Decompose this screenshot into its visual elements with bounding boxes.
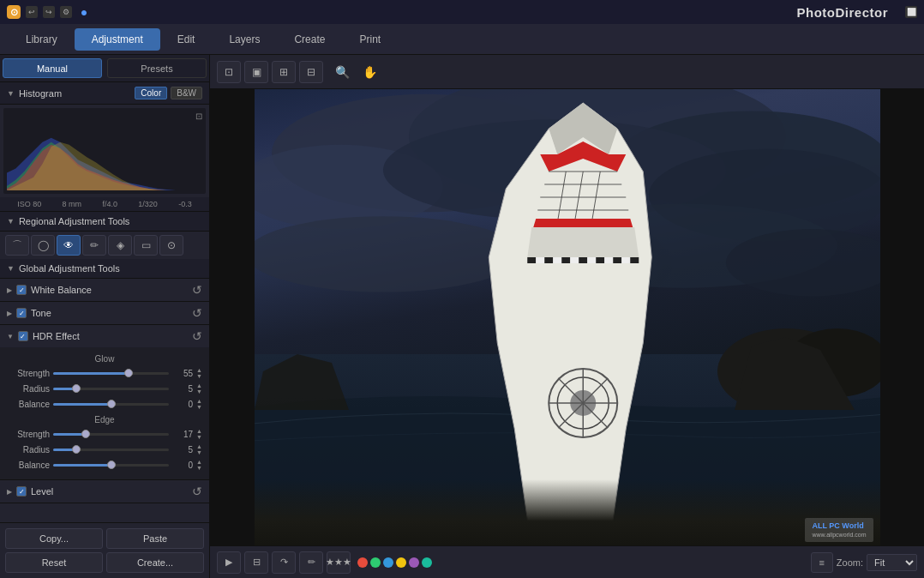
color-green[interactable]	[370, 557, 381, 568]
lasso-tool[interactable]: ⌒	[5, 235, 29, 256]
hdr-reset[interactable]: ↺	[192, 329, 202, 343]
title-bar-icons: ⊙ ↩ ↪ ⚙ ●	[7, 5, 91, 19]
glow-radius-thumb[interactable]	[72, 384, 81, 393]
edge-radius-label: Radius	[7, 445, 50, 455]
eye-tool[interactable]: 👁	[57, 235, 81, 256]
glow-strength-down[interactable]: ▼	[196, 373, 202, 379]
pen-btn[interactable]: ✏	[299, 551, 323, 574]
edge-radius-track[interactable]	[53, 449, 169, 451]
brush-tool[interactable]: ✏	[82, 235, 106, 256]
edge-radius-up[interactable]: ▲	[196, 443, 202, 449]
zoom-select[interactable]: Fit 25% 50% 100% 200%	[867, 554, 917, 571]
edge-radius-down[interactable]: ▼	[196, 449, 202, 455]
pan-btn[interactable]: ✋	[357, 61, 381, 83]
settings-icon[interactable]: ⚙	[60, 6, 72, 18]
color-blue[interactable]	[383, 557, 393, 568]
mm-info: 8 mm	[63, 200, 82, 208]
tone-reset[interactable]: ↺	[192, 306, 202, 320]
edge-radius-row: Radius 5 ▲ ▼	[7, 442, 202, 457]
svg-rect-31	[544, 257, 553, 263]
circle-select-tool[interactable]: ⊙	[159, 235, 183, 256]
window-maximize-button[interactable]: ⬜	[905, 6, 917, 18]
histogram-arrow: ▼	[7, 89, 15, 98]
edge-balance-arrows: ▲ ▼	[196, 459, 202, 471]
grid-view-btn[interactable]: ⊞	[272, 61, 296, 83]
color-purple[interactable]	[409, 557, 419, 568]
rotate-btn[interactable]: ↷	[272, 551, 296, 574]
edge-strength-up[interactable]: ▲	[196, 428, 202, 434]
filmstrip-btn[interactable]: ⊟	[244, 551, 268, 574]
hdr-checkbox[interactable]	[18, 331, 28, 341]
slideshow-btn[interactable]: ▶	[217, 551, 241, 574]
histogram-chart	[7, 111, 202, 190]
glow-balance-track[interactable]	[53, 403, 169, 406]
edge-balance-fill	[53, 464, 111, 467]
color-teal[interactable]	[422, 557, 432, 568]
redo-button[interactable]: ↪	[43, 6, 55, 18]
sync-icon[interactable]: ●	[77, 5, 91, 19]
tone-header[interactable]: ▶ Tone ↺	[0, 302, 209, 324]
nav-tab-library[interactable]: Library	[9, 28, 75, 51]
subtab-presets[interactable]: Presets	[107, 58, 207, 78]
subtab-manual[interactable]: Manual	[3, 58, 102, 78]
level-header[interactable]: ▶ Level ↺	[0, 480, 209, 503]
nav-tab-create[interactable]: Create	[277, 28, 342, 51]
glow-balance-thumb[interactable]	[107, 400, 116, 408]
wb-checkbox[interactable]	[16, 285, 27, 295]
edge-strength-down[interactable]: ▼	[196, 434, 202, 440]
edge-strength-thumb[interactable]	[81, 430, 90, 438]
color-yellow[interactable]	[396, 557, 406, 568]
nav-tab-edit[interactable]: Edit	[160, 28, 213, 51]
reset-button[interactable]: Reset	[5, 552, 103, 573]
glow-balance-down[interactable]: ▼	[196, 404, 202, 410]
glow-balance-up[interactable]: ▲	[196, 398, 202, 404]
undo-button[interactable]: ↩	[26, 6, 38, 18]
hdr-arrow: ▼	[7, 333, 14, 340]
glow-strength-label: Strength	[7, 369, 50, 378]
histogram-expand[interactable]: ⊡	[195, 111, 202, 121]
rect-tool[interactable]: ▭	[134, 235, 158, 256]
nav-tab-print[interactable]: Print	[342, 28, 398, 51]
iso-info: ISO 80	[17, 200, 41, 208]
glow-radius-down[interactable]: ▼	[196, 388, 202, 394]
level-reset[interactable]: ↺	[192, 485, 202, 498]
edge-balance-down[interactable]: ▼	[196, 465, 202, 471]
edge-radius-thumb[interactable]	[72, 445, 81, 454]
oval-tool[interactable]: ◯	[31, 235, 55, 256]
nav-tab-adjustment[interactable]: Adjustment	[75, 28, 160, 51]
glow-balance-value: 0	[172, 400, 193, 409]
single-view-btn[interactable]: ▣	[244, 61, 268, 83]
sort-btn[interactable]: ≡	[811, 552, 833, 573]
wb-reset[interactable]: ↺	[192, 283, 202, 297]
color-btn[interactable]: Color	[135, 87, 167, 99]
shutter-info: 1/320	[138, 200, 158, 208]
nav-tab-layers[interactable]: Layers	[212, 28, 277, 51]
panel-scroll[interactable]: ▼ Histogram Color B&W ⊡	[0, 82, 209, 522]
color-red[interactable]	[357, 557, 368, 568]
star-btn[interactable]: ★★★	[327, 551, 351, 574]
glow-balance-fill	[53, 403, 111, 406]
glow-radius-track[interactable]	[53, 388, 169, 390]
white-balance-header[interactable]: ▶ White Balance ↺	[0, 279, 209, 301]
paste-button[interactable]: Paste	[106, 528, 204, 549]
zoom-in-btn[interactable]: 🔍	[330, 61, 354, 83]
svg-rect-33	[561, 257, 570, 263]
erase-tool[interactable]: ◈	[108, 235, 132, 256]
fit-view-btn[interactable]: ⊡	[217, 61, 241, 83]
edge-strength-track[interactable]	[53, 433, 169, 436]
glow-strength-track[interactable]	[53, 372, 169, 375]
copy-button[interactable]: Copy...	[5, 528, 103, 549]
glow-strength-thumb[interactable]	[124, 369, 133, 377]
tone-checkbox[interactable]	[16, 308, 27, 318]
glow-radius-up[interactable]: ▲	[196, 382, 202, 388]
photo-area: ALL PC World www.allpcworld.com	[210, 89, 924, 545]
level-checkbox[interactable]	[16, 486, 27, 497]
create-button[interactable]: Create...	[106, 552, 204, 573]
hdr-header[interactable]: ▼ HDR Effect ↺	[0, 325, 209, 347]
bw-btn[interactable]: B&W	[171, 87, 202, 99]
edge-balance-track[interactable]	[53, 464, 169, 467]
compare-view-btn[interactable]: ⊟	[299, 61, 323, 83]
glow-strength-up[interactable]: ▲	[196, 367, 202, 373]
edge-balance-up[interactable]: ▲	[196, 459, 202, 465]
edge-balance-thumb[interactable]	[107, 461, 116, 469]
